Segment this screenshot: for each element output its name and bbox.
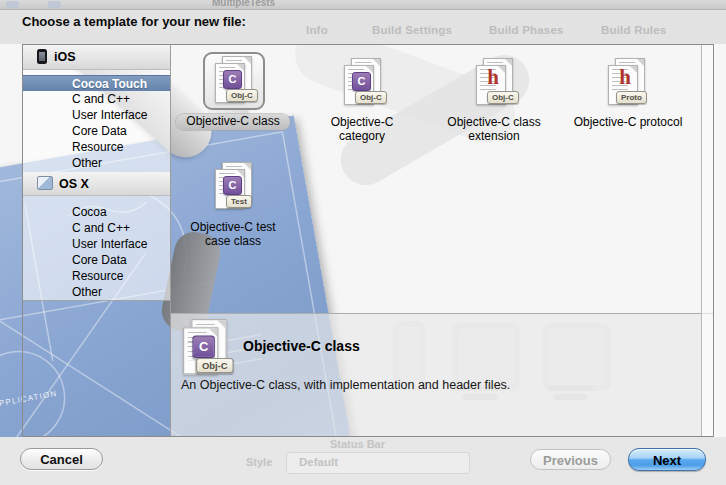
next-button[interactable]: Next	[628, 448, 706, 471]
file-type-badge: Obj-C	[487, 91, 519, 104]
sidebar-item-other[interactable]: Other	[23, 155, 170, 171]
objc-glyph: C	[192, 336, 214, 358]
sidebar-divider	[170, 44, 171, 437]
template-label-objc-class[interactable]: Objective-C class	[163, 114, 303, 130]
background-tab-build-settings: Build Settings	[372, 24, 452, 36]
file-type-badge: Obj-C	[196, 358, 234, 373]
background-doc-title: MultipleTests	[212, 0, 275, 8]
template-label-line: Objective-C protocol	[558, 116, 698, 130]
template-grid-scrollbar[interactable]	[701, 45, 715, 436]
file-type-badge: Test	[226, 195, 252, 208]
template-label-line: Objective-C test	[163, 221, 303, 235]
ios-device-icon	[37, 49, 47, 64]
objc-category-file-icon[interactable]: C Obj-C	[344, 58, 382, 106]
background-tab-info: Info	[306, 24, 328, 36]
file-type-badge: Proto	[616, 91, 647, 104]
sidebar-item-cocoa-touch[interactable]: Cocoa Touch	[23, 75, 170, 91]
sidebar-item-cocoa[interactable]: Cocoa	[23, 204, 170, 220]
template-label-objc-class-extension[interactable]: Objective-C class extension	[424, 116, 564, 143]
objc-glyph: C	[223, 70, 242, 89]
sidebar-bottom-edge	[23, 300, 170, 301]
sidebar-item-resource-osx[interactable]: Resource	[23, 268, 170, 284]
cancel-button[interactable]: Cancel	[20, 448, 103, 470]
new-file-template-sheet: MultipleTests Info Build Settings Build …	[0, 0, 726, 485]
file-type-badge: Obj-C	[226, 89, 258, 102]
template-label-objc-category[interactable]: Objective-C category	[292, 116, 432, 143]
objc-class-file-icon[interactable]: C Obj-C	[215, 56, 253, 104]
template-label-line: Objective-C class	[424, 116, 564, 130]
template-label-objc-protocol[interactable]: Objective-C protocol	[558, 116, 698, 130]
template-label-objc-test-case[interactable]: Objective-C test case class	[163, 221, 303, 248]
background-window-titlebar: MultipleTests	[0, 0, 726, 10]
sidebar-item-c-and-cpp-osx[interactable]: C and C++	[23, 220, 170, 236]
sidebar-item-core-data[interactable]: Core Data	[23, 123, 170, 139]
sidebar-section-label: OS X	[59, 177, 89, 191]
objc-glyph: C	[352, 72, 371, 91]
selected-template-label: Objective-C class	[176, 114, 289, 130]
sidebar-item-other-osx[interactable]: Other	[23, 284, 170, 300]
background-style-popup: Default	[286, 452, 470, 474]
template-label-line: category	[292, 130, 432, 144]
template-label-line: extension	[424, 130, 564, 144]
objc-glyph: C	[223, 176, 242, 195]
template-detail-description: An Objective-C class, with implementatio…	[181, 378, 510, 392]
sidebar-item-resource[interactable]: Resource	[23, 139, 170, 155]
sidebar-item-core-data-osx[interactable]: Core Data	[23, 252, 170, 268]
background-toolbar-icon	[6, 1, 19, 8]
sheet-title: Choose a template for your new file:	[22, 14, 246, 29]
sidebar-item-c-and-cpp[interactable]: C and C++	[23, 91, 170, 107]
background-tab-build-phases: Build Phases	[489, 24, 564, 36]
objc-protocol-file-icon[interactable]: h Proto	[608, 58, 646, 106]
template-detail-title: Objective-C class	[243, 338, 360, 354]
sidebar-section-ios: iOS	[23, 45, 170, 70]
template-description-pane	[171, 314, 701, 437]
background-status-bar-label: Status Bar	[330, 438, 385, 450]
file-type-badge: Obj-C	[355, 91, 387, 104]
background-style-value: Default	[299, 456, 338, 468]
objc-test-case-file-icon[interactable]: C Test	[215, 162, 253, 210]
sidebar-item-user-interface-osx[interactable]: User Interface	[23, 236, 170, 252]
sidebar-section-osx: OS X	[23, 172, 170, 196]
sidebar-section-label: iOS	[54, 50, 76, 64]
sidebar-item-user-interface[interactable]: User Interface	[23, 107, 170, 123]
header-glyph: h	[482, 67, 504, 84]
objc-class-extension-file-icon[interactable]: h Obj-C	[476, 58, 514, 106]
mac-icon	[37, 176, 53, 190]
background-style-label: Style	[246, 456, 272, 468]
template-label-line: case class	[163, 235, 303, 249]
previous-button[interactable]: Previous	[530, 449, 611, 470]
background-toolbar-icon	[48, 1, 61, 8]
header-glyph: h	[614, 67, 636, 84]
template-label-line: Objective-C	[292, 116, 432, 130]
background-tab-build-rules: Build Rules	[601, 24, 666, 36]
